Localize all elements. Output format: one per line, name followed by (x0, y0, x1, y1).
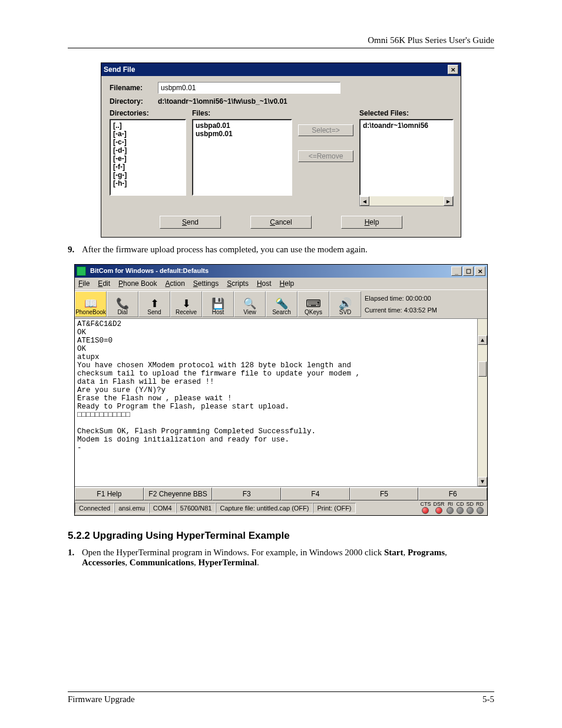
maximize-icon[interactable]: ☐ (463, 266, 474, 276)
toolbar: 📖PhoneBook📞Dial⬆Send⬇Receive💾Host🔍View🔦S… (75, 289, 487, 319)
menu-phonebook[interactable]: Phone Book (118, 279, 157, 288)
toolbar-svd-button[interactable]: 🔊SVD (329, 291, 361, 317)
list-item[interactable]: [-f-] (113, 163, 183, 171)
f6-key[interactable]: F6 (418, 487, 487, 500)
remove-button[interactable]: <=Remove (298, 150, 353, 162)
menu-host[interactable]: Host (257, 279, 272, 288)
f5-key[interactable]: F5 (350, 487, 419, 500)
toolbar-label: Search (272, 309, 291, 315)
close-icon[interactable]: ✕ (475, 266, 485, 276)
menu-help[interactable]: Help (280, 279, 295, 288)
current-time-value: 4:03:52 PM (404, 307, 437, 314)
f2-key[interactable]: F2 Cheyenne BBS (144, 487, 213, 500)
toolbar-label: Host (212, 309, 224, 315)
select-button[interactable]: Select=> (298, 124, 353, 136)
bitcom-titlebar[interactable]: BitCom for Windows - default:Defaults _ … (75, 265, 487, 278)
qkeys-icon: ⌨ (306, 298, 321, 309)
menu-settings[interactable]: Settings (193, 279, 219, 288)
scroll-left-icon[interactable]: ◄ (360, 196, 369, 206)
dialog-title: Send File (104, 65, 135, 74)
list-item[interactable]: [-g-] (113, 171, 183, 179)
toolbar-label: QKeys (305, 309, 322, 315)
footer-left: Firmware Upgrade (68, 694, 135, 704)
help-button[interactable]: Help (341, 216, 402, 229)
list-item[interactable]: [..] (113, 121, 183, 130)
page-footer: Firmware Upgrade 5-5 (68, 691, 494, 704)
toolbar-send-button[interactable]: ⬆Send (138, 291, 170, 317)
filename-input[interactable] (158, 82, 340, 94)
app-icon (77, 266, 86, 276)
elapsed-time-value: 00:00:00 (406, 295, 431, 302)
list-item[interactable]: usbpa0.01 (196, 121, 289, 130)
directories-listbox[interactable]: [..] [-a-] [-c-] [-d-] [-e-] [-f-] [-g-]… (110, 119, 186, 196)
toolbar-dial-button[interactable]: 📞Dial (107, 291, 138, 317)
toolbar-phonebook-button[interactable]: 📖PhoneBook (75, 291, 107, 317)
status-print: Print: (OFF) (313, 503, 355, 513)
led-indicator-icon (435, 507, 442, 514)
time-pane: Elapsed time: 00:00:00 Current time: 4:0… (361, 291, 487, 317)
directory-value: d:\toandr~1\omni56~1\fw\usb_~1\v0.01 (158, 97, 287, 106)
menubar[interactable]: File Edit Phone Book Action Settings Scr… (75, 278, 487, 289)
led-ri: RI (447, 502, 454, 514)
status-emulation: ansi.emu (114, 503, 149, 513)
section-heading: 5.2.2 Upgrading Using HyperTerminal Exam… (68, 530, 494, 542)
terminal-output[interactable]: AT&F&C1&D2 OK ATE1S0=0 OK atupx You have… (75, 319, 487, 487)
led-dsr: DSR (433, 502, 444, 514)
vertical-scrollbar[interactable]: ▲ ▼ (477, 319, 487, 486)
toolbar-label: PhoneBook (75, 309, 106, 315)
menu-edit[interactable]: Edit (98, 279, 110, 288)
list-item[interactable]: d:\toandr~1\omni56 (363, 121, 450, 130)
files-label: Files: (192, 109, 292, 117)
list-item[interactable]: [-d-] (113, 146, 183, 154)
f3-key[interactable]: F3 (212, 487, 281, 500)
scroll-up-icon[interactable]: ▲ (478, 335, 487, 345)
toolbar-host-button[interactable]: 💾Host (202, 291, 234, 317)
f4-key[interactable]: F4 (281, 487, 350, 500)
cancel-button[interactable]: Cancel (250, 216, 312, 229)
led-rd: RD (476, 502, 484, 514)
dialog-titlebar[interactable]: Send File ✕ (101, 63, 461, 76)
search-icon: 🔦 (275, 298, 288, 309)
selected-files-listbox[interactable]: d:\toandr~1\omni56 (359, 119, 454, 196)
menu-action[interactable]: Action (165, 279, 184, 288)
list-item[interactable]: usbpm0.01 (196, 130, 289, 138)
led-sd: SD (466, 502, 474, 514)
status-capture: Capture file: untitled.cap (OFF) (216, 503, 313, 513)
list-item[interactable]: [-h-] (113, 179, 183, 187)
toolbar-qkeys-button[interactable]: ⌨QKeys (297, 291, 329, 317)
directories-label: Directories: (110, 109, 186, 117)
status-connection: Connected (75, 503, 114, 513)
step-1: 1. Open the HyperTerminal program in Win… (68, 548, 494, 568)
toolbar-label: View (243, 309, 256, 315)
list-item[interactable]: [-e-] (113, 154, 183, 163)
toolbar-receive-button[interactable]: ⬇Receive (170, 291, 202, 317)
header-title: Omni 56K Plus Series User's Guide (368, 35, 494, 45)
menu-scripts[interactable]: Scripts (227, 279, 249, 288)
list-item[interactable]: [-a-] (113, 130, 183, 138)
footer-right: 5-5 (482, 694, 494, 704)
minimize-icon[interactable]: _ (451, 266, 462, 276)
list-item[interactable]: [-c-] (113, 138, 183, 146)
files-listbox[interactable]: usbpa0.01 usbpm0.01 (192, 119, 292, 196)
selected-files-label: Selected Files: (359, 109, 454, 117)
scroll-thumb[interactable] (478, 361, 487, 377)
horizontal-scrollbar[interactable]: ◄ ► (359, 196, 454, 206)
menu-file[interactable]: File (78, 279, 90, 288)
send-button[interactable]: Send (160, 216, 221, 229)
led-cd: CD (456, 502, 464, 514)
f1-key[interactable]: F1 Help (75, 487, 144, 500)
led-indicator-icon (447, 507, 454, 514)
close-icon[interactable]: ✕ (448, 65, 458, 74)
host-icon: 💾 (211, 298, 224, 309)
scroll-right-icon[interactable]: ► (444, 196, 453, 206)
toolbar-search-button[interactable]: 🔦Search (266, 291, 297, 317)
send-file-dialog: Send File ✕ Filename: Directory: d:\toan… (101, 62, 461, 238)
toolbar-label: SVD (339, 309, 352, 315)
scroll-down-icon[interactable]: ▼ (478, 477, 487, 486)
step-number: 1. (68, 548, 82, 568)
step-text: After the firmware upload process has co… (82, 245, 368, 255)
dial-icon: 📞 (116, 298, 129, 309)
toolbar-view-button[interactable]: 🔍View (234, 291, 266, 317)
toolbar-label: Receive (176, 309, 197, 315)
led-indicator-icon (477, 507, 484, 514)
